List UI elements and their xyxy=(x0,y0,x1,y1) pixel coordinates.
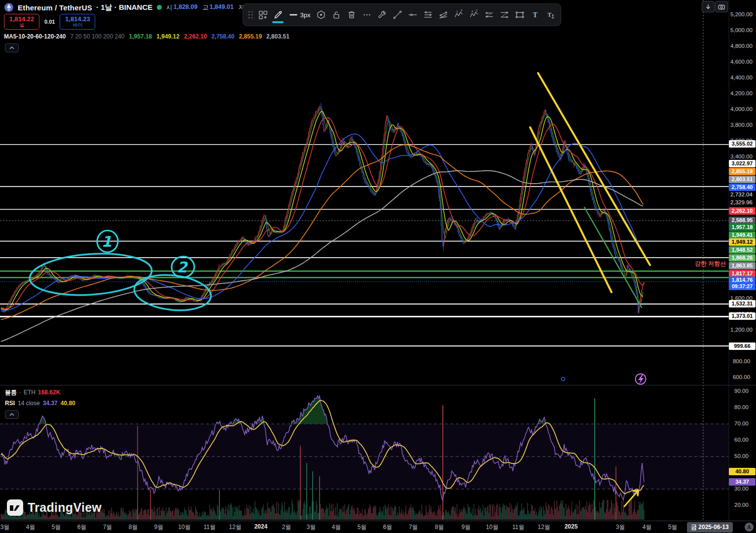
time-axis-label: 12월 xyxy=(538,523,550,532)
volume-symbol: ETH xyxy=(24,389,36,396)
rsi-signal-value: 40.80 xyxy=(61,400,75,407)
grid-layout-tool[interactable] xyxy=(255,5,270,24)
ma-value: 2,758.40 xyxy=(212,33,235,40)
lock-open-tool[interactable] xyxy=(328,5,344,24)
horizontal-line-tool[interactable] xyxy=(405,5,420,24)
collapse-rsi-pane-button[interactable] xyxy=(5,410,19,419)
sell-caption: 셀 xyxy=(19,23,24,28)
price-level-badge: 999.66 xyxy=(729,343,756,350)
price-axis-tick: 3,800.00 xyxy=(728,122,755,128)
price-axis-tick: 5,200.00 xyxy=(728,11,755,17)
color-picker-tool[interactable] xyxy=(313,5,328,24)
trash-tool[interactable] xyxy=(344,5,359,24)
title-separator2: · xyxy=(114,3,117,11)
scroll-to-realtime-button[interactable] xyxy=(702,1,715,12)
price-axis-tick: 4,600.00 xyxy=(728,59,755,65)
time-axis-label: 7월 xyxy=(409,523,418,532)
time-axis-label: 4월 xyxy=(26,523,36,532)
exchange-name[interactable]: BINANCE xyxy=(119,3,152,11)
rsi-axis-tick: 80.00 xyxy=(728,404,755,410)
drawing-toolbar: 3px15ACTT xyxy=(243,3,561,26)
tradingview-watermark: TradingView xyxy=(7,499,102,516)
price-level-badge: 1,373.01 xyxy=(729,312,756,320)
drag-handle[interactable] xyxy=(246,5,255,24)
circled-digit-annotation: 1 xyxy=(102,233,112,250)
time-axis-label: 9월 xyxy=(154,523,164,532)
high-value: 1,849.01 xyxy=(210,3,234,12)
anchored-text-tool[interactable]: T xyxy=(542,5,558,24)
symbol-header: Ethereum / TetherUS · 1날 · BINANCE 시1,82… xyxy=(4,2,261,13)
rectangle-tool[interactable] xyxy=(512,5,527,24)
ma-value: 2,262.10 xyxy=(184,33,207,40)
price-axis-tick: 5,000.00 xyxy=(728,27,755,33)
time-axis-label: 4월 xyxy=(332,523,341,532)
info-line-tool[interactable] xyxy=(481,5,497,24)
elliott-correction-tool[interactable]: AC xyxy=(466,5,481,24)
price-axis-tick: 1,200.00 xyxy=(728,327,755,333)
rsi-label: RSI xyxy=(5,400,15,407)
rsi-axis-tick: 70.00 xyxy=(728,420,755,426)
time-axis-label: 12월 xyxy=(229,523,241,532)
parallel-channel-tool[interactable] xyxy=(420,5,435,24)
rsi-axis-tick: 50.00 xyxy=(728,453,755,459)
time-axis-label: 6월 xyxy=(383,523,393,532)
high-label: 고 xyxy=(202,3,209,12)
snapshot-camera-button[interactable] xyxy=(715,1,728,12)
price-level-badge: 1,948.52 xyxy=(729,246,756,254)
time-axis-label: 6월 xyxy=(77,523,87,532)
elliott-impulse-tool[interactable]: 15 xyxy=(451,5,466,24)
price-axis-tick: 3,400.00 xyxy=(728,153,755,159)
tradingview-logo-icon xyxy=(7,499,23,516)
price-level-badge: 2,262.10 xyxy=(729,207,756,215)
circled-digit-annotation: 2 xyxy=(177,259,188,276)
time-axis[interactable]: 3월4월5월6월7월8월9월10월11월12월20242월3월4월5월6월7월8… xyxy=(0,521,756,533)
buy-button[interactable]: 1,814.23 바이 xyxy=(60,14,95,30)
volume-sep: · xyxy=(19,389,21,396)
order-panel: 1,814.22 셀 0.01 1,814.23 바이 xyxy=(4,14,95,30)
time-axis-label: 2024 xyxy=(254,523,268,530)
open-value: 1,828.09 xyxy=(174,3,198,12)
time-axis-label: 5월 xyxy=(52,523,61,532)
interval-selector[interactable]: 1날 xyxy=(101,3,112,11)
volume-indicator-row[interactable]: 볼륨 · ETH 168.62K xyxy=(5,388,60,397)
trend-line-tool[interactable] xyxy=(390,5,405,24)
price-level-badge: 3,555.02 xyxy=(729,140,756,148)
buy-caption: 바이 xyxy=(72,23,82,28)
sell-price: 1,814.22 xyxy=(9,16,35,23)
time-axis-label: 7월 xyxy=(103,523,112,532)
ma-value: 1,949.12 xyxy=(156,33,180,40)
collapse-main-pane-button[interactable] xyxy=(5,43,19,52)
rsi-indicator-row[interactable]: RSI 14 close 34.37 40.80 xyxy=(5,400,75,407)
price-axis-tick: 4,400.00 xyxy=(728,75,755,80)
price-level-badge: 1,868.26 xyxy=(729,254,756,262)
time-axis-label: 8월 xyxy=(435,523,444,532)
price-level-badge: 2,732.04 xyxy=(728,191,755,197)
line-width-tool[interactable]: 3px xyxy=(286,5,313,24)
text-tool[interactable]: T xyxy=(527,5,542,24)
price-axis-tick: 600.00 xyxy=(728,374,755,380)
sell-button[interactable]: 1,814.22 셀 xyxy=(4,14,39,30)
title-separator: · xyxy=(96,3,99,11)
strong-resistance-text: 강한 저항선 xyxy=(687,260,726,268)
time-axis-label: 2025 xyxy=(565,523,578,530)
price-axis[interactable]: 5,200.005,000.004,800.004,600.004,400.00… xyxy=(728,0,756,533)
svg-text:T: T xyxy=(547,11,551,18)
symbol-title[interactable]: Ethereum / TetherUS xyxy=(18,3,92,12)
pencil-tool[interactable] xyxy=(270,5,286,24)
svg-text:1: 1 xyxy=(456,10,458,13)
angled-channel-tool[interactable] xyxy=(435,5,451,24)
price-axis-tick: 800.00 xyxy=(728,358,755,364)
wrench-tool[interactable] xyxy=(374,5,390,24)
price-chart-canvas[interactable]: 12 xyxy=(0,0,756,533)
time-axis-label: 11월 xyxy=(512,523,524,532)
svg-text:5: 5 xyxy=(461,9,462,12)
time-axis-label: 3월 xyxy=(307,523,316,532)
ma-indicator-row[interactable]: MA5-10-20-60-120-240 7 20 50 100 200 240… xyxy=(4,33,289,40)
more-options-tool[interactable] xyxy=(359,5,374,24)
info-extended-tool[interactable] xyxy=(497,5,512,24)
buy-price: 1,814.23 xyxy=(65,16,90,23)
price-level-badge: 2,758.40 xyxy=(729,184,756,191)
time-axis-label: 8월 xyxy=(129,523,138,532)
time-axis-label: 10월 xyxy=(486,523,498,532)
line-width-value: 3px xyxy=(300,11,311,19)
